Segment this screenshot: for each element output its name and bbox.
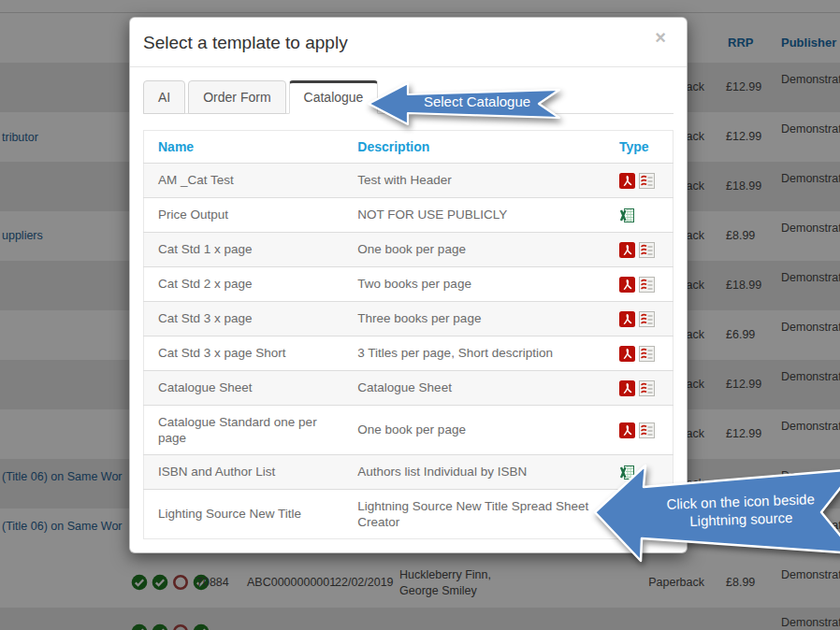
template-type (605, 164, 673, 198)
app-screen: RRP Publisher Paperback£12.99Demonstrati… (0, 0, 840, 630)
template-name: Cat Std 2 x page (144, 266, 344, 301)
template-description: Authors list Individual by ISBN (343, 454, 605, 489)
template-row: AM _Cat TestTest with Header (144, 164, 673, 198)
template-row: Cat Std 3 x pageThree books per page (144, 301, 673, 336)
template-name: Price Output (144, 197, 344, 232)
template-name: Cat Std 3 x page (144, 301, 344, 336)
close-icon[interactable]: × (649, 27, 672, 48)
modal-header: Select a template to apply × (130, 18, 687, 67)
template-row: Catalogue SheetCatalogue Sheet (144, 370, 673, 405)
tab-label[interactable]: AI (143, 80, 185, 114)
template-name: Cat Std 1 x page (144, 232, 344, 266)
select-catalogue-callout: Select Catalogue (367, 77, 565, 131)
pdf-icon[interactable] (619, 380, 635, 396)
report-icon[interactable] (639, 311, 655, 327)
template-type (605, 266, 673, 301)
click-icon-callout: Click on the icon beside Lightning sourc… (586, 456, 840, 570)
pdf-icon[interactable] (619, 242, 635, 258)
callout-label: Click on the icon beside Lightning sourc… (658, 481, 824, 539)
callout-label: Select Catalogue (415, 77, 539, 125)
template-description: Three books per page (343, 301, 605, 336)
pdf-icon[interactable] (619, 422, 635, 438)
template-type (605, 336, 673, 370)
template-name: ISBN and Author List (144, 454, 344, 489)
report-icon[interactable] (639, 422, 655, 438)
template-type (605, 301, 673, 336)
tab-order-form[interactable]: Order Form (188, 80, 285, 114)
template-description: Two books per page (343, 266, 605, 301)
column-header-type: Type (605, 131, 673, 164)
template-name: AM _Cat Test (144, 164, 344, 198)
tab-label[interactable]: Order Form (188, 80, 285, 114)
template-row: Catalogue Standard one per pageOne book … (144, 405, 673, 454)
report-icon[interactable] (639, 380, 655, 396)
template-name: Cat Std 3 x page Short (144, 336, 344, 370)
modal-title: Select a template to apply (143, 33, 673, 53)
template-name: Catalogue Standard one per page (144, 405, 344, 454)
template-description: Lightning Source New Title Spread Sheet … (343, 489, 605, 538)
template-description: Catalogue Sheet (343, 370, 605, 405)
template-row: Cat Std 3 x page Short3 Titles per page,… (144, 336, 673, 370)
template-description: Test with Header (343, 164, 605, 198)
tab-catalogue[interactable]: Catalogue (289, 80, 379, 114)
pdf-icon[interactable] (619, 311, 635, 327)
template-type (605, 197, 673, 232)
template-name: Lighting Source New Title (144, 489, 344, 538)
template-row: Cat Std 1 x pageOne book per page (144, 232, 673, 266)
template-description: NOT FOR USE PUBLICLY (343, 197, 605, 232)
column-header-description: Description (343, 131, 605, 164)
excel-icon[interactable] (619, 208, 635, 223)
column-header-name: Name (144, 131, 344, 164)
report-icon[interactable] (639, 346, 655, 362)
tab-label[interactable]: Catalogue (289, 80, 379, 114)
report-icon[interactable] (639, 277, 655, 293)
pdf-icon[interactable] (619, 173, 635, 189)
report-icon[interactable] (639, 242, 655, 258)
template-description: One book per page (343, 232, 605, 266)
template-row: Price OutputNOT FOR USE PUBLICLY (144, 197, 673, 232)
template-type (605, 232, 673, 266)
template-description: 3 Titles per page, Short description (343, 336, 605, 370)
template-type (605, 405, 673, 454)
template-name: Catalogue Sheet (144, 370, 344, 405)
template-row: Cat Std 2 x pageTwo books per page (144, 266, 673, 301)
template-description: One book per page (343, 405, 605, 454)
pdf-icon[interactable] (619, 346, 635, 362)
report-icon[interactable] (639, 173, 655, 189)
callout-line-2: Lightning source (689, 508, 793, 530)
pdf-icon[interactable] (619, 277, 635, 293)
tab-ai[interactable]: AI (143, 80, 185, 114)
template-type (605, 370, 673, 405)
